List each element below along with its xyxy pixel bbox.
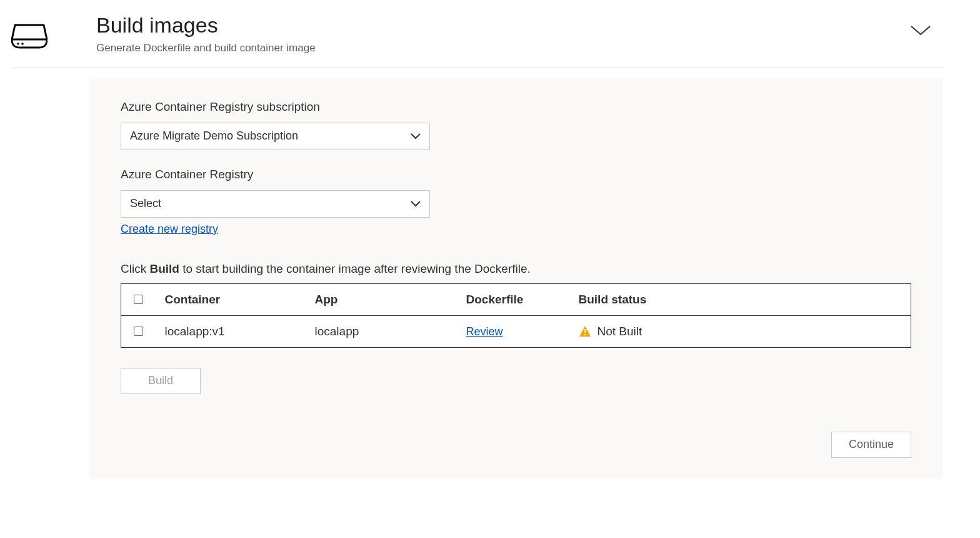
- registry-select[interactable]: Select: [121, 190, 430, 218]
- registry-label: Azure Container Registry: [121, 168, 911, 181]
- continue-button[interactable]: Continue: [831, 432, 911, 458]
- table-row: localapp:v1 localapp Review Not Built: [121, 315, 911, 347]
- col-dockerfile: Dockerfile: [460, 283, 572, 315]
- status-text: Not Built: [598, 325, 642, 338]
- status-cell: Not Built: [579, 325, 905, 338]
- table-header-row: Container App Dockerfile Build status: [121, 283, 911, 315]
- select-all-checkbox[interactable]: [134, 295, 143, 304]
- page-subtitle: Generate Dockerfile and build container …: [96, 42, 861, 54]
- col-container: Container: [159, 283, 309, 315]
- review-dockerfile-link[interactable]: Review: [466, 325, 503, 338]
- warning-icon: [579, 325, 591, 338]
- col-app: App: [309, 283, 460, 315]
- instruction-suffix: to start building the container image af…: [179, 262, 531, 275]
- registry-value: Select: [130, 197, 411, 210]
- build-button[interactable]: Build: [121, 368, 201, 394]
- disk-icon: [11, 24, 48, 49]
- build-panel: Azure Container Registry subscription Az…: [89, 79, 942, 479]
- col-status: Build status: [572, 283, 911, 315]
- containers-table: Container App Dockerfile Build status lo…: [121, 283, 911, 348]
- instruction-prefix: Click: [121, 262, 149, 275]
- cell-app: localapp: [309, 315, 460, 347]
- subscription-label: Azure Container Registry subscription: [121, 100, 911, 114]
- svg-point-1: [17, 43, 19, 45]
- instruction-bold: Build: [149, 262, 179, 275]
- subscription-field: Azure Container Registry subscription Az…: [121, 100, 911, 150]
- registry-field: Azure Container Registry Select Create n…: [121, 168, 911, 236]
- page-title: Build images: [96, 13, 861, 38]
- subscription-select[interactable]: Azure Migrate Demo Subscription: [121, 123, 430, 150]
- cell-container: localapp:v1: [159, 315, 309, 347]
- page-header: Build images Generate Dockerfile and bui…: [11, 13, 942, 68]
- chevron-down-icon: [411, 201, 421, 207]
- build-instruction: Click Build to start building the contai…: [121, 262, 911, 276]
- chevron-down-icon: [411, 133, 421, 140]
- row-checkbox[interactable]: [134, 327, 143, 336]
- collapse-chevron-icon[interactable]: [910, 25, 931, 36]
- svg-rect-4: [584, 334, 586, 335]
- svg-rect-3: [584, 329, 586, 333]
- subscription-value: Azure Migrate Demo Subscription: [130, 129, 411, 143]
- create-registry-link[interactable]: Create new registry: [121, 223, 218, 235]
- svg-point-2: [21, 43, 24, 45]
